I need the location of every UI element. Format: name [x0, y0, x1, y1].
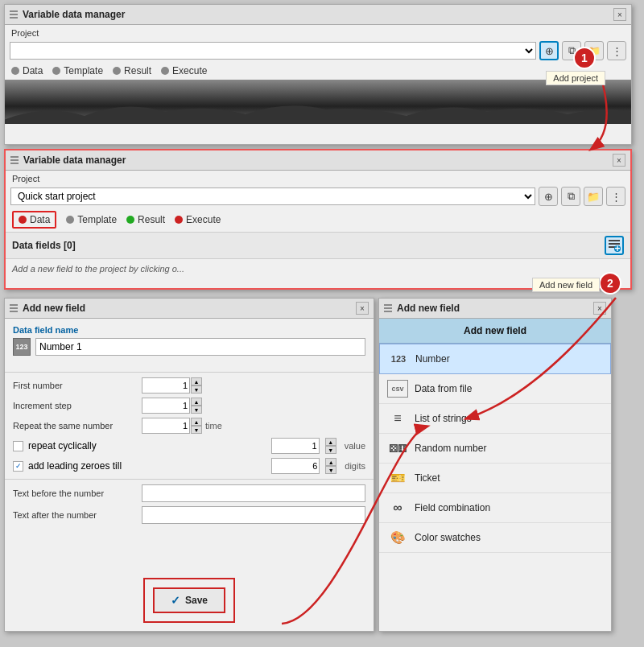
repeat-cyclically-row: repeat cyclically ▲ ▼ value [5, 438, 374, 454]
repeat-suffix: time [205, 421, 222, 431]
save-label: Save [185, 595, 208, 606]
repeat-down[interactable]: ▼ [191, 426, 202, 434]
panel-field-type-chooser: Add new field × Add new field 123 Number… [378, 298, 612, 632]
tab-dot-template-top [52, 67, 60, 75]
increment-up[interactable]: ▲ [191, 398, 202, 406]
repeat-cyclically-spinners: ▲ ▼ [325, 438, 336, 454]
leading-zeroes-spinners: ▲ ▼ [325, 458, 336, 474]
repeat-up[interactable]: ▲ [191, 418, 202, 426]
project-select-mid[interactable]: Quick start project [10, 188, 535, 205]
add-field-hint: Add a new field to the project by clicki… [6, 259, 630, 278]
more-button-mid[interactable]: ⋮ [606, 187, 625, 206]
grip-icon [10, 10, 18, 19]
first-number-input[interactable] [142, 377, 190, 394]
field-name-row: 123 [13, 338, 365, 356]
text-before-input[interactable] [142, 484, 365, 502]
tab-data-mid[interactable]: Data [12, 211, 56, 229]
folder-button-mid[interactable]: 📁 [584, 187, 603, 206]
leading-zeroes-suffix: digits [345, 461, 365, 471]
fieldtype-random-icon: ⚄⚅ [387, 439, 408, 457]
text-before-row: Text before the number [5, 484, 374, 502]
tab-execute-mid[interactable]: Execute [175, 214, 221, 225]
leading-zeroes-down[interactable]: ▼ [325, 466, 336, 474]
text-before-label: Text before the number [13, 488, 142, 498]
tabs-top: Data Template Result Execute [5, 62, 631, 80]
titlebar-mid: Variable data manager × [6, 150, 630, 171]
tabs-mid: Data Template Result Execute [6, 208, 630, 232]
repeat-input[interactable] [142, 418, 190, 434]
fieldtype-data-from-file[interactable]: csv Data from file [379, 374, 611, 404]
panel-variable-data-manager-mid: Variable data manager × Project Quick st… [4, 149, 632, 290]
tab-dot-execute-mid [175, 216, 183, 224]
fieldtype-random-label: Random number [415, 443, 603, 454]
data-fields-title: Data fields [0] [12, 240, 605, 251]
fieldtype-ticket-icon: 🎫 [387, 469, 408, 487]
tab-dot-result-top [113, 67, 121, 75]
save-button[interactable]: ✓ Save [153, 587, 225, 613]
more-button-top[interactable]: ⋮ [607, 41, 626, 60]
fieldtype-data-from-file-label: Data from file [415, 383, 603, 394]
tab-dot-data-top [11, 67, 19, 75]
fieldtype-field-combination[interactable]: ∞ Field combination [379, 493, 611, 523]
text-after-input[interactable] [142, 506, 365, 524]
leading-zeroes-up[interactable]: ▲ [325, 458, 336, 466]
tab-label-execute-top: Execute [172, 65, 207, 76]
first-number-up[interactable]: ▲ [191, 377, 202, 385]
add-project-button-mid[interactable]: ⊕ [539, 187, 558, 206]
close-button-addfield[interactable]: × [356, 302, 369, 315]
tab-label-data-top: Data [23, 65, 43, 76]
add-field-button[interactable]: + [605, 236, 624, 255]
project-select-top[interactable] [10, 42, 536, 60]
close-button-mid[interactable]: × [613, 154, 625, 167]
tab-label-template-top: Template [64, 65, 103, 76]
increment-input[interactable] [142, 398, 190, 414]
repeat-row: Repeat the same number ▲ ▼ time [5, 418, 374, 434]
leading-zeroes-checkbox[interactable]: ✓ [13, 461, 23, 472]
panel-title-fieldtype: Add new field [397, 303, 588, 314]
field-name-input[interactable] [35, 338, 365, 356]
fieldtype-ticket-label: Ticket [415, 472, 603, 484]
fieldtype-number[interactable]: 123 Number [379, 344, 611, 374]
close-button-top[interactable]: × [613, 8, 626, 21]
first-number-down[interactable]: ▼ [191, 385, 202, 394]
data-field-name-label: Data field name [13, 325, 365, 335]
panel-title-mid: Variable data manager [23, 155, 608, 166]
fieldtype-color-label: Color swatches [415, 532, 603, 543]
repeat-cyclically-checkbox[interactable] [13, 441, 23, 451]
tab-result-top[interactable]: Result [113, 65, 151, 76]
leading-zeroes-input[interactable] [271, 458, 320, 474]
repeat-cyclically-up[interactable]: ▲ [325, 438, 336, 446]
increment-spinners: ▲ ▼ [191, 398, 202, 414]
first-number-spinners: ▲ ▼ [191, 377, 202, 394]
first-number-row: First number ▲ ▼ [5, 377, 374, 394]
increment-label: Increment step [13, 401, 142, 410]
separator-1 [5, 372, 374, 373]
tab-label-execute-mid: Execute [186, 214, 221, 225]
increment-down[interactable]: ▼ [191, 406, 202, 414]
save-checkmark-icon: ✓ [171, 594, 180, 607]
svg-text:+: + [614, 243, 620, 253]
add-project-button-top[interactable]: ⊕ [539, 41, 559, 60]
fieldtype-color-swatches[interactable]: 🎨 Color swatches [379, 523, 611, 553]
add-new-field-tooltip: Add new field [532, 278, 600, 292]
tab-template-top[interactable]: Template [52, 65, 103, 76]
grip-icon-fieldtype [384, 304, 392, 312]
copy-button-mid[interactable]: ⧉ [561, 187, 580, 206]
close-button-fieldtype[interactable]: × [593, 302, 606, 315]
tab-dot-execute-top [161, 67, 169, 75]
fieldtype-data-from-file-icon: csv [387, 380, 408, 398]
tab-template-mid[interactable]: Template [66, 214, 117, 225]
fieldtype-list-of-strings[interactable]: ≡ List of strings [379, 404, 611, 434]
fieldtype-random-number[interactable]: ⚄⚅ Random number [379, 434, 611, 464]
repeat-cyclically-input[interactable] [271, 438, 320, 454]
tab-dot-template-mid [66, 216, 74, 224]
leading-zeroes-row: ✓ add leading zeroes till ▲ ▼ digits [5, 458, 374, 474]
fieldtype-header: Add new field [379, 319, 611, 344]
fieldtype-ticket[interactable]: 🎫 Ticket [379, 464, 611, 493]
repeat-cyclically-down[interactable]: ▼ [325, 446, 336, 454]
tab-execute-top[interactable]: Execute [161, 65, 207, 76]
tab-data-top[interactable]: Data [11, 65, 43, 76]
tab-result-mid[interactable]: Result [126, 214, 165, 225]
panel-add-new-field: Add new field × Data field name 123 Firs… [4, 298, 374, 632]
fieldtype-number-label: Number [415, 353, 602, 365]
